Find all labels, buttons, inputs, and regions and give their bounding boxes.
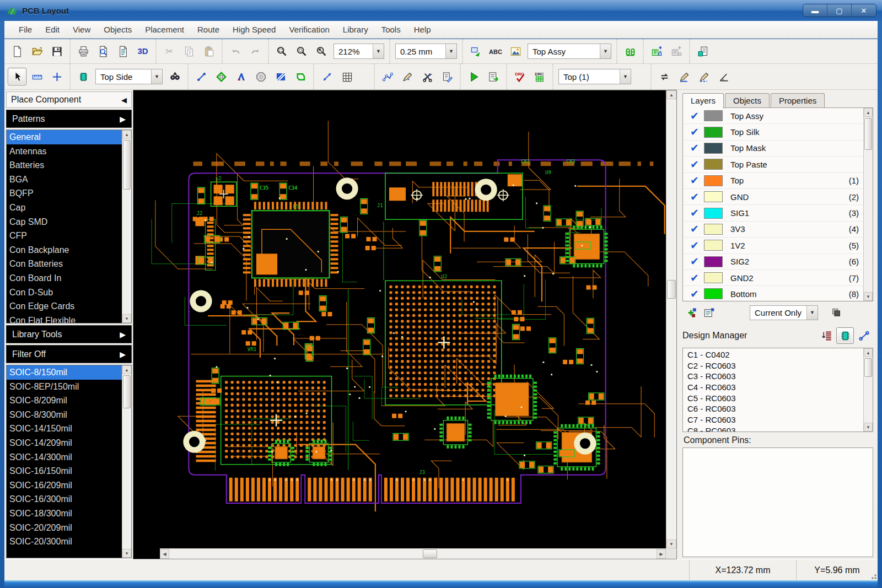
layer-scope-combo[interactable]: Current Only ▼ — [750, 305, 818, 320]
layer-stack-button[interactable] — [828, 304, 845, 321]
menu-objects[interactable]: Objects — [97, 21, 138, 38]
layer-row[interactable]: ✔SIG2(6) — [683, 254, 863, 270]
list-item[interactable]: SOIC-16/150mil — [7, 464, 122, 478]
layer-color-swatch[interactable] — [704, 208, 723, 219]
list-item[interactable]: Con Edge Cards — [7, 299, 122, 314]
layer-row[interactable]: ✔GND(2) — [683, 189, 863, 205]
list-item[interactable]: Cap SMD — [7, 215, 122, 229]
scroll-right-icon[interactable]: ▶ — [657, 549, 666, 559]
layer-row[interactable]: ✔Top Mask — [683, 141, 863, 157]
print-preview-button[interactable] — [94, 42, 112, 60]
via-green-button[interactable] — [212, 68, 230, 85]
list-item[interactable]: SOIC-8/209mil — [7, 393, 122, 408]
scroll-down-icon[interactable]: ▼ — [864, 423, 873, 431]
component-row[interactable]: C8 - RC0603 — [683, 425, 863, 432]
list-item[interactable]: Con Board In — [7, 271, 122, 285]
save-file-button[interactable] — [47, 42, 66, 60]
resize-grip[interactable] — [869, 572, 876, 579]
layer-visible-checkbox[interactable]: ✔ — [685, 223, 704, 235]
scroll-up-icon[interactable]: ▲ — [864, 348, 873, 357]
list-item[interactable]: SOIC-8/300mil — [7, 408, 122, 422]
place-component-button[interactable] — [74, 68, 93, 85]
new-file-button[interactable] — [8, 42, 26, 60]
dm-sort-button[interactable] — [818, 327, 835, 344]
layer-color-swatch[interactable] — [704, 256, 723, 267]
layer-visible-checkbox[interactable]: ✔ — [685, 110, 704, 122]
route-layer-combo[interactable]: Top (1)▼ — [558, 69, 631, 84]
layers-scrollbar[interactable]: ▲ ▼ — [863, 108, 873, 301]
layer-visible-checkbox[interactable]: ✔ — [685, 272, 704, 284]
scroll-up-icon[interactable]: ▲ — [666, 90, 676, 99]
report-button[interactable] — [114, 42, 132, 60]
scroll-down-icon[interactable]: ▼ — [122, 314, 131, 323]
tab-layers[interactable]: Layers — [682, 93, 724, 109]
route-manual-button[interactable] — [378, 68, 397, 85]
list-item[interactable]: Cap — [7, 201, 122, 215]
list-item[interactable]: SOIC-14/209mil — [7, 436, 122, 450]
layer-row[interactable]: ✔1V2(5) — [683, 238, 863, 253]
canvas-vertical-scrollbar[interactable]: ▲ ▼ — [666, 90, 676, 548]
measure-tool-button[interactable] — [28, 68, 46, 85]
pointer-button[interactable] — [8, 68, 26, 85]
layer-color-swatch[interactable] — [704, 127, 723, 138]
layer-color-swatch[interactable] — [704, 224, 723, 235]
edit-trace-alt-button[interactable] — [695, 68, 713, 85]
layer-color-swatch[interactable] — [704, 175, 723, 186]
list-item[interactable]: SOIC-8EP/150mil — [7, 380, 122, 394]
text-tool-button[interactable]: ABC — [486, 42, 505, 60]
list-item[interactable]: Con D-Sub — [7, 285, 122, 300]
shape-green-button[interactable] — [291, 68, 310, 85]
canvas-horizontal-scrollbar[interactable]: ◀ ▶ — [160, 548, 666, 559]
layer-visible-checkbox[interactable]: ✔ — [685, 288, 704, 300]
menu-verification[interactable]: Verification — [282, 21, 336, 38]
menu-help[interactable]: Help — [407, 21, 438, 38]
layer-visible-checkbox[interactable]: ✔ — [685, 207, 704, 219]
list-item[interactable]: SOIC-8/150mil — [7, 365, 122, 380]
chevron-down-icon[interactable]: ▼ — [620, 69, 631, 84]
run-autorouter-button[interactable] — [464, 68, 483, 85]
unroute-button[interactable] — [418, 68, 437, 85]
close-button[interactable]: ✕ — [852, 4, 876, 17]
list-item[interactable]: BGA — [7, 172, 122, 187]
tab-objects[interactable]: Objects — [725, 93, 770, 108]
patterns-bar[interactable]: Patterns ▶ — [6, 110, 132, 128]
collapse-panel-icon[interactable]: ◀ — [121, 96, 127, 104]
menu-tools[interactable]: Tools — [375, 21, 407, 38]
open-file-button[interactable] — [28, 42, 46, 60]
layer-visible-checkbox[interactable]: ✔ — [685, 191, 704, 203]
list-item[interactable]: SOIC-16/300mil — [7, 492, 122, 506]
component-row[interactable]: C1 - C0402 — [683, 349, 863, 360]
drc-report-button[interactable]: DRC — [530, 68, 549, 85]
component-row[interactable]: C2 - RC0603 — [683, 360, 863, 371]
via-grey-button[interactable] — [251, 68, 270, 85]
list-item[interactable]: General — [7, 130, 122, 144]
pour-fill-button[interactable] — [271, 68, 290, 85]
layer-visible-checkbox[interactable]: ✔ — [685, 174, 704, 187]
menu-library[interactable]: Library — [336, 21, 375, 38]
layer-visible-checkbox[interactable]: ✔ — [685, 239, 704, 252]
pcb-canvas[interactable]: C35C34U5U2J1J2J3x2C35C34C82C83U9VR1 ▲ ▼ … — [133, 90, 677, 559]
scroll-up-icon[interactable]: ▲ — [122, 130, 131, 139]
edit-trace-button[interactable] — [675, 68, 693, 85]
scroll-down-icon[interactable]: ▼ — [122, 549, 131, 558]
menu-file[interactable]: File — [12, 21, 39, 38]
layer-row[interactable]: ✔Top(1) — [683, 173, 863, 189]
side-select-combo[interactable]: Top Side▼ — [95, 69, 163, 84]
menu-view[interactable]: View — [66, 21, 97, 38]
layer-color-swatch[interactable] — [704, 159, 723, 170]
component-properties-button[interactable] — [693, 42, 712, 60]
view-3d-button[interactable]: 3D — [133, 42, 152, 60]
layer-color-swatch[interactable] — [704, 143, 723, 154]
find-button[interactable] — [165, 68, 184, 85]
layer-color-swatch[interactable] — [704, 240, 723, 251]
zoom-selected-button[interactable] — [292, 42, 311, 60]
layer-row[interactable]: ✔SIG1(3) — [683, 205, 863, 221]
list-item[interactable]: SOIC-18/300mil — [7, 506, 122, 521]
maximize-button[interactable]: ▢ — [827, 4, 852, 17]
layer-visible-checkbox[interactable]: ✔ — [685, 158, 704, 171]
layer-row[interactable]: ✔Top Assy — [683, 108, 863, 124]
chevron-down-icon[interactable]: ▼ — [600, 44, 611, 58]
layer-row[interactable]: ✔Top Silk — [683, 124, 863, 140]
list-item[interactable]: SOIC-20/209mil — [7, 521, 122, 535]
component-list-scrollbar[interactable]: ▲ ▼ — [863, 348, 873, 431]
